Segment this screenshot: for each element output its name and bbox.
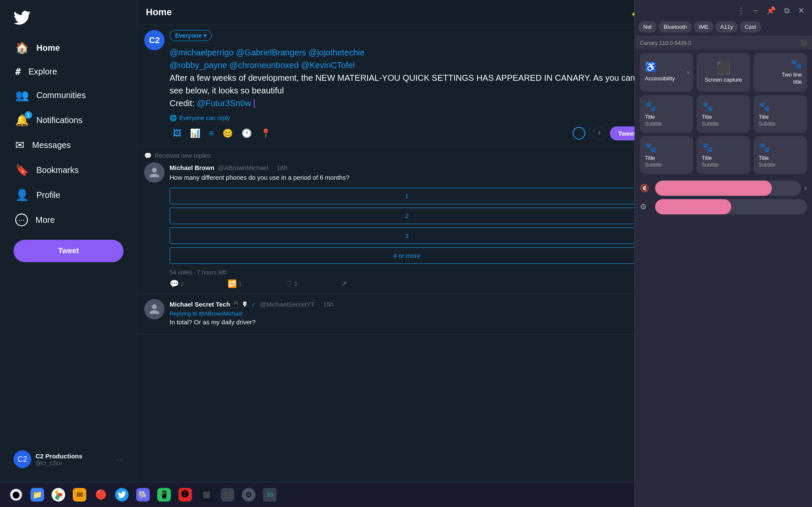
paw-icon-4: 🐾 bbox=[645, 142, 688, 153]
taskbar-files[interactable]: 📁 bbox=[28, 485, 47, 504]
taskbar-terminal[interactable]: ⬛ bbox=[197, 485, 216, 504]
qs-tile-8[interactable]: 🐾 Title Subtitle bbox=[754, 136, 807, 174]
retweet-button-1[interactable]: 🔁 1 bbox=[228, 279, 241, 288]
poll-option-2[interactable]: 2 bbox=[170, 208, 644, 224]
twitter-logo bbox=[8, 4, 129, 36]
poll-option-1[interactable]: 1 bbox=[170, 188, 644, 204]
qs-tab-ime[interactable]: IME bbox=[694, 21, 713, 33]
tweet-button[interactable]: Tweet bbox=[14, 240, 123, 262]
list-button[interactable]: ≡ bbox=[206, 125, 217, 142]
location-button[interactable]: 📍 bbox=[257, 125, 274, 142]
qs-tile-4[interactable]: 🐾 Title Subtitle bbox=[697, 95, 750, 133]
reply-button-1[interactable]: 💬 2 bbox=[170, 279, 184, 288]
paw-icon-1: 🐾 bbox=[645, 101, 688, 112]
share-icon: ↗ bbox=[341, 279, 347, 288]
paw-icon-5: 🐾 bbox=[702, 142, 745, 153]
qs-tile-6[interactable]: 🐾 Title Subtitle bbox=[640, 136, 693, 174]
taskbar-monitor[interactable]: ⬛ bbox=[218, 485, 237, 504]
qs-accessibility-title: Accessibility bbox=[645, 75, 675, 82]
app5-icon: 🅢 bbox=[178, 488, 192, 502]
poll-option-3[interactable]: 3 bbox=[170, 227, 644, 244]
audience-button[interactable]: Everyone ▾ bbox=[170, 30, 212, 41]
chrome-icon bbox=[52, 488, 65, 502]
reply-count-1: 2 bbox=[181, 281, 184, 287]
qs-tab-net[interactable]: Net bbox=[638, 21, 657, 33]
qs-slider-volume: 🔇 › bbox=[640, 181, 807, 196]
taskbar-chrome[interactable] bbox=[49, 485, 68, 504]
emoji-button[interactable]: 😊 bbox=[219, 125, 236, 142]
add-tweet-button[interactable]: + bbox=[593, 127, 606, 140]
user-display-name: C2 Productions bbox=[36, 452, 112, 460]
qs-tile-7[interactable]: 🐾 Title Subtitle bbox=[697, 136, 750, 174]
qs-tiles-grid: ♿ Accessibility › ⬛ Screen capture 🐾 Two… bbox=[635, 49, 812, 177]
tweet-content-1: How many different phones do you use in … bbox=[170, 173, 644, 183]
sidebar-item-bookmarks[interactable]: 🔖 Bookmarks bbox=[8, 159, 129, 182]
sidebar-item-more-label: More bbox=[36, 215, 55, 225]
sidebar-item-profile[interactable]: 👤 Profile bbox=[8, 184, 129, 207]
taskbar-app4[interactable]: 🔴 bbox=[91, 485, 110, 504]
qs-tabs: Net Bluetooth IME A11y Cast bbox=[635, 21, 812, 36]
poll-time-left: 7 hours left bbox=[197, 269, 226, 276]
taskbar-app7[interactable]: 33 bbox=[261, 485, 279, 504]
poll-option-4[interactable]: 4 or more bbox=[170, 247, 644, 264]
schedule-button[interactable]: 🕐 bbox=[238, 125, 255, 142]
qs-screen-capture-title: Screen capture bbox=[705, 77, 742, 84]
sidebar-item-explore[interactable]: # Explore bbox=[8, 61, 129, 82]
sidebar-item-notifications-label: Notifications bbox=[36, 115, 82, 125]
volume-slider[interactable] bbox=[655, 181, 801, 196]
sidebar-item-home[interactable]: 🏠 Home bbox=[8, 36, 129, 60]
qs-tile-5[interactable]: 🐾 Title Subtitle bbox=[754, 95, 807, 133]
qs-tile-4-subtitle: Subtitle bbox=[702, 121, 745, 127]
quick-settings-panel: ⋮ − 📌 ⧉ ✕ Net Bluetooth IME A11y Cast Ca… bbox=[634, 0, 812, 507]
settings-icon: ⚙ bbox=[640, 202, 652, 211]
qs-two-line-content: 🐾 Two linetitle bbox=[759, 59, 802, 86]
taskbar-settings[interactable]: ⚙ bbox=[239, 485, 258, 504]
sidebar-item-messages[interactable]: ✉ Messages bbox=[8, 134, 129, 157]
taskbar-app5[interactable]: 🅢 bbox=[176, 485, 195, 504]
sidebar-item-communities[interactable]: 👥 Communities bbox=[8, 84, 129, 107]
credit-mention: @Futur3Sn0w bbox=[197, 99, 253, 108]
taskbar-app-launcher[interactable]: ⬤ bbox=[7, 485, 25, 504]
messages-icon: ✉ bbox=[15, 139, 25, 152]
qs-close-button[interactable]: ✕ bbox=[796, 3, 807, 18]
taskbar-email[interactable]: ✉ bbox=[70, 485, 89, 504]
tweet-content-2: In total? Or as my daily driver? bbox=[170, 318, 644, 327]
retweet-count-1: 1 bbox=[239, 281, 241, 287]
screen-capture-icon: ⬛ bbox=[716, 61, 731, 75]
brightness-slider[interactable] bbox=[655, 199, 807, 214]
tweet-time-1: · bbox=[272, 164, 273, 171]
qs-sliders: 🔇 › ⚙ bbox=[635, 177, 812, 218]
share-button-1[interactable]: ↗ bbox=[341, 279, 347, 288]
qs-tab-a11y[interactable]: A11y bbox=[715, 21, 738, 33]
qs-tile-accessibility[interactable]: ♿ Accessibility › bbox=[640, 53, 693, 92]
tweet-age-1: 16h bbox=[277, 164, 287, 171]
qs-tab-cast[interactable]: Cast bbox=[740, 21, 761, 33]
qs-expand-button[interactable]: ⧉ bbox=[782, 4, 792, 18]
taskbar-twitter[interactable] bbox=[112, 485, 131, 504]
sidebar-item-notifications[interactable]: 🔔 1 Notifications bbox=[8, 109, 129, 132]
qs-minimize-button[interactable]: − bbox=[751, 4, 760, 18]
like-button-1[interactable]: ♡ 3 bbox=[285, 279, 297, 288]
qs-tile-3-subtitle: Subtitle bbox=[645, 121, 688, 127]
tweet-user-line-2: Michael Secret Tech 📱 🎙 ✓ @MichaelSecret… bbox=[170, 299, 644, 310]
mention-chrome: @chromeunboxed bbox=[230, 60, 301, 70]
user-profile-button[interactable]: C2 C2 Productions @cr_c2cv ··· bbox=[8, 445, 129, 473]
image-upload-button[interactable]: 🖼 bbox=[170, 125, 185, 142]
qs-tile-screen-capture[interactable]: ⬛ Screen capture bbox=[697, 53, 750, 92]
qs-tab-bluetooth[interactable]: Bluetooth bbox=[658, 21, 692, 33]
qs-version-text: Canary 110.0.5439.0 bbox=[640, 40, 691, 46]
volume-expand-icon[interactable]: › bbox=[804, 184, 807, 192]
qs-tile-3[interactable]: 🐾 Title Subtitle bbox=[640, 95, 693, 133]
qs-tile-two-line[interactable]: 🐾 Two linetitle bbox=[754, 53, 807, 92]
poll-container: 1 2 3 4 or more bbox=[170, 188, 644, 264]
sidebar-item-more[interactable]: ··· More bbox=[8, 208, 129, 231]
qs-more-button[interactable]: ⋮ bbox=[735, 3, 747, 18]
taskbar-mastodon[interactable]: 🐘 bbox=[134, 485, 152, 504]
qs-pin-button[interactable]: 📌 bbox=[764, 3, 778, 18]
qs-tile-5-subtitle: Subtitle bbox=[759, 121, 802, 127]
compose-text-area[interactable]: @michaelperrigo @GabrielBrangers @jojoth… bbox=[170, 44, 644, 111]
tweet-user-line-1: Michael Brown @ABrownMichael · 16h ··· bbox=[170, 162, 644, 173]
taskbar-whatsapp[interactable]: 📱 bbox=[155, 485, 173, 504]
notification-icon: 💬 bbox=[144, 152, 151, 159]
gif-button[interactable]: 📊 bbox=[187, 125, 204, 142]
